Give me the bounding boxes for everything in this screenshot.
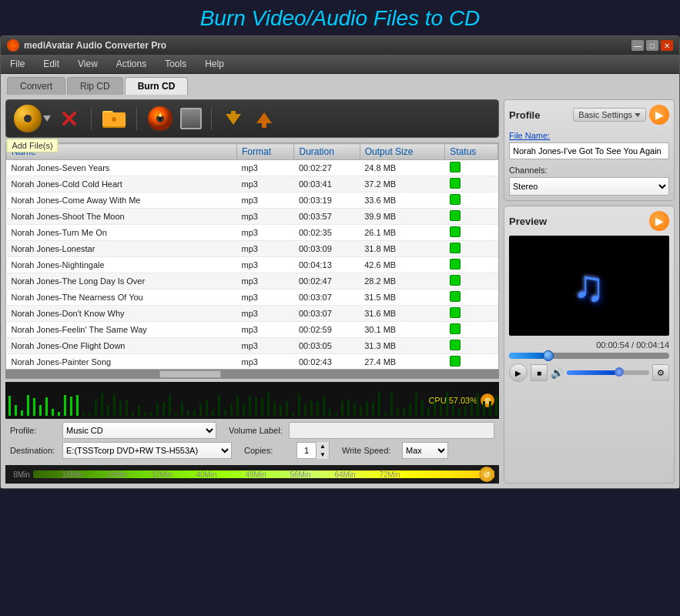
table-row[interactable]: Norah Jones-One Flight Down mp3 00:03:05…: [7, 338, 498, 354]
close-button[interactable]: ✕: [661, 40, 673, 51]
waveform-bar: [397, 409, 399, 416]
progress-thumb[interactable]: [543, 350, 554, 361]
progress-track[interactable]: [509, 353, 669, 359]
preview-go-button[interactable]: ▶: [649, 211, 669, 231]
table-row[interactable]: Norah Jones-Feelin' The Same Way mp3 00:…: [7, 322, 498, 338]
stop-button-sm[interactable]: ■: [531, 364, 548, 381]
table-row[interactable]: Norah Jones-Turn Me On mp3 00:02:35 26.1…: [7, 225, 498, 241]
cell-status: [445, 160, 498, 176]
play-button[interactable]: ▶: [509, 363, 528, 382]
table-row[interactable]: Norah Jones-Painter Song mp3 00:02:43 27…: [7, 354, 498, 370]
table-row[interactable]: Norah Jones-Lonestar mp3 00:03:09 31.8 M…: [7, 241, 498, 257]
col-header-status[interactable]: Status: [445, 144, 498, 160]
col-header-duration[interactable]: Duration: [294, 144, 360, 160]
write-speed-select[interactable]: Max 1x 2x 4x: [402, 442, 448, 459]
waveform-bar: [199, 403, 202, 416]
open-folder-button[interactable]: [101, 106, 127, 132]
status-icon: [450, 259, 461, 270]
volume-icon[interactable]: 🔊: [551, 367, 564, 379]
destination-row: Destination: E:(TSSTcorp DVD+RW TS-H553A…: [10, 442, 494, 459]
status-icon: [450, 323, 461, 334]
profile-header-right: Basic Settings ▶: [573, 105, 669, 125]
waveform-bar: [304, 403, 307, 416]
table-row[interactable]: Norah Jones-Come Away With Me mp3 00:03:…: [7, 192, 498, 209]
waveform-bar: [421, 400, 424, 416]
progress-bar-area[interactable]: [509, 353, 669, 359]
cell-format: mp3: [236, 176, 294, 192]
table-row[interactable]: Norah Jones-The Long Day Is Over mp3 00:…: [7, 273, 498, 290]
waveform-bar: [156, 403, 159, 416]
maximize-button[interactable]: □: [646, 40, 658, 51]
cell-size: 37.2 MB: [360, 176, 445, 192]
copies-spinner[interactable]: 1 ▲ ▼: [296, 442, 330, 459]
cell-size: 39.9 MB: [360, 209, 445, 225]
cell-size: 42.6 MB: [360, 257, 445, 273]
volume-thumb[interactable]: [615, 367, 624, 377]
player-controls: ▶ ■ 🔊 ⚙: [509, 363, 669, 382]
tab-convert[interactable]: Convert: [7, 77, 65, 95]
delete-button[interactable]: [57, 106, 82, 131]
preview-header: Preview ▶: [509, 211, 669, 231]
col-header-output-size[interactable]: Output Size: [360, 144, 445, 160]
menu-view[interactable]: View: [75, 57, 101, 71]
profile-go-button[interactable]: ▶: [649, 105, 669, 125]
cell-size: 26.1 MB: [360, 225, 445, 241]
file-name-input[interactable]: [509, 142, 669, 159]
menu-edit[interactable]: Edit: [40, 57, 62, 71]
table-row[interactable]: Norah Jones-Cold Cold Heart mp3 00:03:41…: [7, 176, 498, 192]
col-header-format[interactable]: Format: [236, 144, 294, 160]
volume-label-input[interactable]: [289, 422, 494, 439]
cell-duration: 00:02:43: [294, 354, 360, 370]
table-row[interactable]: Norah Jones-The Nearness Of You mp3 00:0…: [7, 290, 498, 306]
cell-duration: 00:02:59: [294, 322, 360, 338]
waveform-bar: [89, 412, 91, 416]
waveform-bar: [33, 398, 35, 416]
channels-select[interactable]: Stereo Mono Joint Stereo: [509, 177, 669, 196]
cell-status: [445, 273, 498, 290]
cell-duration: 00:03:57: [294, 209, 360, 225]
menu-help[interactable]: Help: [202, 57, 227, 71]
profile-row: Profile: Music CD Data CD Volume Label:: [10, 422, 494, 439]
minimize-button[interactable]: —: [631, 40, 644, 51]
profile-select[interactable]: Music CD Data CD: [62, 422, 216, 439]
tab-rip-cd[interactable]: Rip CD: [67, 77, 123, 95]
tab-burn-cd[interactable]: Burn CD: [125, 77, 189, 95]
timeline-end-button[interactable]: ↺: [479, 467, 494, 482]
horizontal-scrollbar[interactable]: [5, 370, 499, 379]
add-files-button[interactable]: Add File(s): [14, 105, 51, 132]
scrollbar-thumb[interactable]: [159, 370, 221, 378]
write-speed-label: Write Speed:: [342, 446, 396, 455]
burn-button[interactable]: 🔥: [146, 105, 174, 132]
basic-settings-button[interactable]: Basic Settings: [573, 108, 646, 122]
status-icon: [450, 356, 461, 367]
cell-format: mp3: [236, 322, 294, 338]
table-row[interactable]: Norah Jones-Don't Know Why mp3 00:03:07 …: [7, 306, 498, 322]
move-down-button[interactable]: [221, 106, 246, 131]
table-row[interactable]: Norah Jones-Nightingale mp3 00:04:13 42.…: [7, 257, 498, 273]
waveform-bar: [212, 410, 214, 416]
player-settings-button[interactable]: ⚙: [652, 364, 669, 381]
waveform-bar: [58, 412, 60, 416]
waveform-bar: [119, 401, 122, 416]
waveform-bar: [150, 412, 152, 416]
menu-file[interactable]: File: [7, 57, 28, 71]
copies-up-button[interactable]: ▲: [317, 442, 329, 450]
volume-track[interactable]: [567, 370, 649, 375]
table-row[interactable]: Norah Jones-Seven Years mp3 00:02:27 24.…: [7, 160, 498, 176]
menu-tools[interactable]: Tools: [162, 57, 189, 71]
menu-actions[interactable]: Actions: [113, 57, 149, 71]
left-panel: Add File(s): [1, 95, 504, 488]
toolbar-divider-3: [211, 107, 212, 130]
cell-size: 31.8 MB: [360, 241, 445, 257]
cell-name: Norah Jones-Lonestar: [7, 241, 237, 257]
table-row[interactable]: Norah Jones-Shoot The Moon mp3 00:03:57 …: [7, 209, 498, 225]
destination-select[interactable]: E:(TSSTcorp DVD+RW TS-H553A): [62, 442, 232, 459]
copies-down-button[interactable]: ▼: [317, 450, 329, 459]
stop-button[interactable]: [180, 108, 202, 129]
waveform-bar: [341, 401, 343, 416]
cell-status: [445, 241, 498, 257]
disc-icon: [14, 105, 42, 132]
waveform-bar: [206, 400, 208, 417]
move-up-button[interactable]: [252, 106, 276, 131]
waveform-bar: [273, 402, 276, 416]
